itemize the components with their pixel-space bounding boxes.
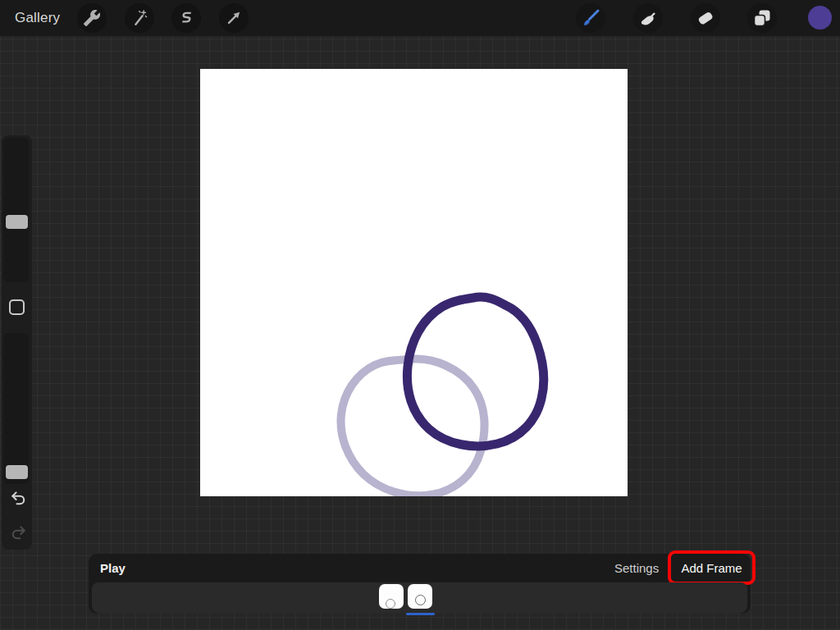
brush-size-slider[interactable] [3, 138, 29, 282]
erase-tool-button[interactable] [691, 3, 720, 33]
magic-wand-icon [130, 9, 148, 27]
frame-1-sketch [386, 599, 395, 609]
actions-button[interactable] [77, 3, 107, 33]
drawing-canvas[interactable] [200, 69, 628, 496]
sidebar-tools [2, 135, 32, 550]
animation-panel-header: Play Settings Add Frame [89, 554, 751, 582]
top-bar: Gallery [0, 0, 840, 36]
opacity-slider[interactable] [3, 333, 29, 484]
eraser-icon [696, 8, 715, 28]
active-color-circle [807, 5, 833, 30]
paint-tool-button[interactable] [576, 3, 605, 33]
opacity-handle[interactable] [6, 465, 28, 479]
wrench-icon [83, 9, 101, 27]
redo-arrow-icon [9, 524, 28, 546]
play-button[interactable]: Play [100, 554, 126, 582]
layers-button[interactable] [747, 3, 777, 33]
frame-thumbnail-1[interactable] [379, 584, 404, 609]
canvas-artwork [200, 69, 628, 496]
layers-icon [752, 8, 772, 28]
redo-button[interactable] [9, 526, 28, 545]
transform-button[interactable] [219, 3, 249, 33]
gallery-button[interactable]: Gallery [15, 0, 60, 36]
settings-button[interactable]: Settings [614, 554, 659, 582]
color-swatch-button[interactable] [807, 5, 833, 30]
procreate-screen: Gallery [0, 0, 840, 630]
smudge-tool-button[interactable] [633, 3, 663, 33]
transform-arrow-icon [225, 9, 243, 27]
selection-s-icon [177, 9, 195, 27]
animation-assist-panel: Play Settings Add Frame [89, 554, 751, 614]
selected-frame-indicator [406, 613, 435, 615]
paintbrush-icon [581, 8, 600, 28]
frame-2-sketch [415, 595, 426, 605]
frame-thumbnail-2[interactable] [408, 584, 432, 609]
onion-skin-circle-stroke [341, 359, 485, 496]
modify-button[interactable] [9, 299, 25, 315]
current-frame-circle-stroke [407, 297, 543, 446]
brush-size-handle[interactable] [6, 215, 28, 229]
smudge-hand-icon [638, 8, 658, 28]
undo-arrow-icon [9, 490, 28, 512]
add-frame-button[interactable]: Add Frame [671, 554, 752, 582]
undo-button[interactable] [9, 491, 28, 510]
selection-button[interactable] [171, 3, 201, 33]
adjustments-button[interactable] [125, 3, 154, 33]
